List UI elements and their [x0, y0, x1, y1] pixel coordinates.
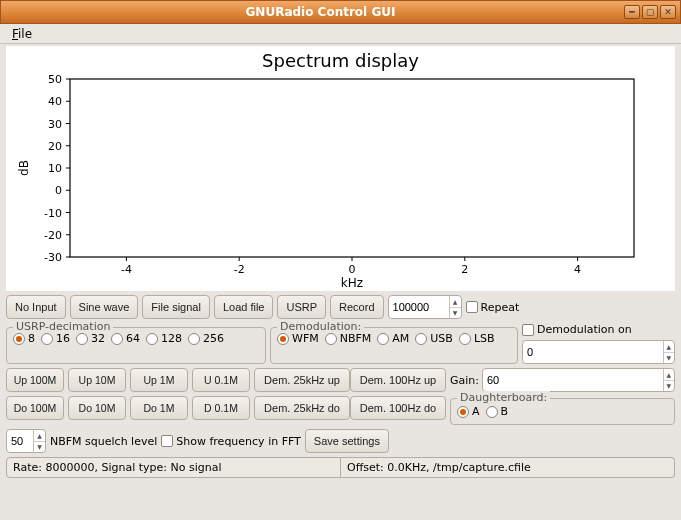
offset-step-up[interactable]: ▲	[664, 341, 674, 353]
demodulation-radio-lsb[interactable]: LSB	[459, 332, 495, 345]
demodulation-on-label: Demodulation on	[537, 323, 632, 336]
signal-toolbar: No Input Sine wave File signal Load file…	[6, 295, 675, 319]
demodulation-radio-label: WFM	[292, 332, 319, 345]
close-button[interactable]: ✕	[660, 5, 676, 19]
menu-file[interactable]: File	[6, 25, 38, 43]
decimation-radio-label: 128	[161, 332, 182, 345]
svg-text:kHz: kHz	[341, 276, 363, 290]
gain-spinner[interactable]: ▲▼	[482, 368, 675, 392]
window-title: GNURadio Control GUI	[19, 5, 622, 19]
freq-step-up-button[interactable]: Up 10M	[68, 368, 126, 392]
file-signal-button[interactable]: File signal	[142, 295, 210, 319]
freq-step-grid: Up 100MUp 10MUp 1MU 0.1M Do 100MDo 10MDo…	[6, 368, 250, 425]
squelch-label: NBFM squelch level	[50, 435, 157, 448]
chart-title: Spectrum display	[14, 50, 667, 71]
daughterboard-radio-b[interactable]: B	[486, 405, 509, 418]
frequency-input[interactable]	[389, 296, 449, 318]
frequency-spinner[interactable]: ▲▼	[388, 295, 462, 319]
svg-rect-0	[70, 79, 634, 257]
gain-step-down[interactable]: ▼	[664, 381, 674, 392]
svg-text:2: 2	[461, 263, 468, 276]
freq-step-down-button[interactable]: Do 100M	[6, 396, 64, 420]
daughterboard-radio-label: A	[472, 405, 480, 418]
freq-step-down[interactable]: ▼	[450, 308, 461, 319]
demodulation-radio-label: LSB	[474, 332, 495, 345]
decimation-radio-256[interactable]: 256	[188, 332, 224, 345]
daughterboard-radio-a[interactable]: A	[457, 405, 480, 418]
demodulation-radio-am[interactable]: AM	[377, 332, 409, 345]
radio-icon	[13, 333, 25, 345]
load-file-button[interactable]: Load file	[214, 295, 274, 319]
decimation-radio-64[interactable]: 64	[111, 332, 140, 345]
demodulation-radio-label: AM	[392, 332, 409, 345]
offset-step-down[interactable]: ▼	[664, 353, 674, 364]
freq-step-up[interactable]: ▲	[450, 296, 461, 308]
maximize-button[interactable]: ▢	[642, 5, 658, 19]
usrp-decimation-group: USRP-decimation 8163264128256	[6, 327, 266, 364]
demodulation-radio-usb[interactable]: USB	[415, 332, 453, 345]
show-frequency-checkbox[interactable]: Show frequency in FFT	[161, 435, 301, 448]
radio-icon	[457, 406, 469, 418]
demodulation-group: Demodulation: WFMNBFMAMUSBLSB	[270, 327, 518, 364]
record-button[interactable]: Record	[330, 295, 383, 319]
daughterboard-group: Daughterboard: AB	[450, 398, 675, 425]
demodulation-on-checkbox[interactable]: Demodulation on	[522, 323, 675, 336]
save-settings-button[interactable]: Save settings	[305, 429, 389, 453]
usrp-button[interactable]: USRP	[277, 295, 326, 319]
radio-icon	[111, 333, 123, 345]
demodulation-offset-spinner[interactable]: ▲▼	[522, 340, 675, 364]
demodulation-radio-wfm[interactable]: WFM	[277, 332, 319, 345]
minimize-button[interactable]: ━	[624, 5, 640, 19]
gain-input[interactable]	[483, 369, 663, 391]
repeat-checkbox[interactable]: Repeat	[466, 301, 520, 314]
radio-icon	[146, 333, 158, 345]
no-input-button[interactable]: No Input	[6, 295, 66, 319]
freq-step-up-button[interactable]: Up 100M	[6, 368, 64, 392]
freq-step-down-button[interactable]: Do 1M	[130, 396, 188, 420]
dem-step-up-button[interactable]: Dem. 100Hz up	[350, 368, 446, 392]
freq-step-down-button[interactable]: D 0.1M	[192, 396, 250, 420]
radio-icon	[188, 333, 200, 345]
demodulation-offset-input[interactable]	[523, 341, 663, 363]
svg-text:-2: -2	[234, 263, 245, 276]
svg-text:4: 4	[574, 263, 581, 276]
radio-icon	[377, 333, 389, 345]
svg-text:0: 0	[55, 184, 62, 197]
radio-icon	[459, 333, 471, 345]
svg-text:-4: -4	[121, 263, 132, 276]
dem-step-down-button[interactable]: Dem. 25kHz do	[254, 396, 350, 420]
freq-step-up-button[interactable]: U 0.1M	[192, 368, 250, 392]
freq-step-down-button[interactable]: Do 10M	[68, 396, 126, 420]
decimation-radio-16[interactable]: 16	[41, 332, 70, 345]
spectrum-chart: Spectrum display -30-20-1001020304050-4-…	[6, 46, 675, 291]
decimation-radio-label: 256	[203, 332, 224, 345]
dem-step-up-button[interactable]: Dem. 25kHz up	[254, 368, 350, 392]
menubar: File	[0, 24, 681, 44]
spectrum-plot: -30-20-1001020304050-4-2024kHzdB	[14, 73, 654, 291]
radio-icon	[415, 333, 427, 345]
svg-text:10: 10	[48, 162, 62, 175]
svg-text:-20: -20	[44, 229, 62, 242]
freq-step-up-button[interactable]: Up 1M	[130, 368, 188, 392]
demodulation-legend: Demodulation:	[277, 320, 364, 333]
radio-icon	[486, 406, 498, 418]
show-frequency-label: Show frequency in FFT	[176, 435, 301, 448]
svg-text:40: 40	[48, 95, 62, 108]
sine-wave-button[interactable]: Sine wave	[70, 295, 139, 319]
decimation-radio-label: 16	[56, 332, 70, 345]
dem-step-down-button[interactable]: Dem. 100Hz do	[350, 396, 446, 420]
squelch-step-down[interactable]: ▼	[34, 442, 45, 453]
svg-text:-10: -10	[44, 207, 62, 220]
squelch-step-up[interactable]: ▲	[34, 430, 45, 442]
decimation-radio-128[interactable]: 128	[146, 332, 182, 345]
demodulation-radio-nbfm[interactable]: NBFM	[325, 332, 372, 345]
gain-step-up[interactable]: ▲	[664, 369, 674, 381]
dem-step-grid: Dem. 25kHz upDem. 100Hz up Dem. 25kHz do…	[254, 368, 446, 425]
radio-icon	[76, 333, 88, 345]
squelch-input[interactable]	[7, 430, 33, 452]
squelch-spinner[interactable]: ▲▼	[6, 429, 46, 453]
status-left: Rate: 8000000, Signal type: No signal	[6, 457, 341, 478]
daughterboard-radio-label: B	[501, 405, 509, 418]
decimation-radio-32[interactable]: 32	[76, 332, 105, 345]
decimation-radio-8[interactable]: 8	[13, 332, 35, 345]
